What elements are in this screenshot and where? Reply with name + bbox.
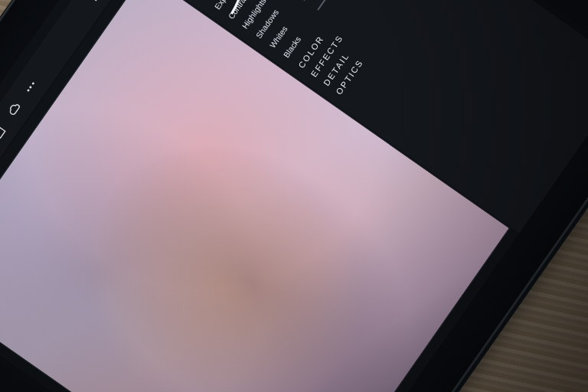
more-icon[interactable] bbox=[21, 77, 40, 96]
svg-rect-0 bbox=[0, 128, 5, 138]
adjust-icon[interactable] bbox=[85, 0, 104, 5]
cloud-icon[interactable] bbox=[5, 100, 24, 119]
share-icon[interactable] bbox=[0, 122, 8, 142]
section-effects[interactable]: EFFECTS▸ bbox=[309, 0, 419, 79]
